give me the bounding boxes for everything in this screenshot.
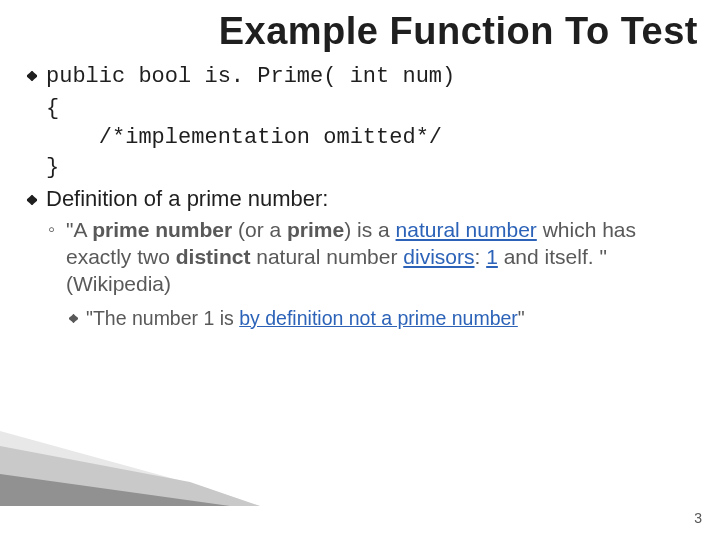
slide-title: Example Function To Test bbox=[0, 0, 720, 53]
svg-marker-0 bbox=[0, 431, 260, 506]
svg-marker-2 bbox=[0, 474, 230, 506]
link-natural-number[interactable]: natural number bbox=[396, 218, 537, 241]
quote-prime-number: prime number bbox=[92, 218, 232, 241]
bullet-definition: Definition of a prime number: bbox=[20, 185, 690, 214]
subquote-prefix: "The number 1 is bbox=[86, 307, 239, 329]
page-number: 3 bbox=[694, 510, 702, 526]
quote-mid2: ) is a bbox=[344, 218, 395, 241]
slide-content: public bool is. Prime( int num) { /*impl… bbox=[0, 53, 720, 331]
quote-distinct: distinct bbox=[176, 245, 251, 268]
quote-mid4: natural number bbox=[250, 245, 403, 268]
definition-label: Definition of a prime number: bbox=[46, 186, 328, 211]
code-line-4: } bbox=[46, 155, 59, 180]
link-by-definition[interactable]: by definition not a prime number bbox=[239, 307, 518, 329]
subquote-suffix: " bbox=[518, 307, 525, 329]
sub-bullet-quote: "A prime number (or a prime) is a natura… bbox=[20, 217, 690, 298]
code-block: { /*implementation omitted*/ } bbox=[20, 94, 690, 183]
subsub-bullet-note: "The number 1 is by definition not a pri… bbox=[20, 306, 690, 331]
code-line-1: public bool is. Prime( int num) bbox=[46, 64, 455, 89]
code-line-3: /*implementation omitted*/ bbox=[46, 125, 442, 150]
quote-colon: : bbox=[475, 245, 487, 268]
quote-prime: prime bbox=[287, 218, 344, 241]
quote-mid1: (or a bbox=[232, 218, 287, 241]
svg-marker-1 bbox=[0, 446, 260, 506]
bullet-code: public bool is. Prime( int num) bbox=[20, 61, 690, 92]
decorative-shape bbox=[0, 416, 260, 506]
slide: Example Function To Test public bool is.… bbox=[0, 0, 720, 540]
quote-prefix: "A bbox=[66, 218, 92, 241]
link-one[interactable]: 1 bbox=[486, 245, 498, 268]
code-line-2: { bbox=[46, 96, 59, 121]
link-divisors[interactable]: divisors bbox=[403, 245, 474, 268]
